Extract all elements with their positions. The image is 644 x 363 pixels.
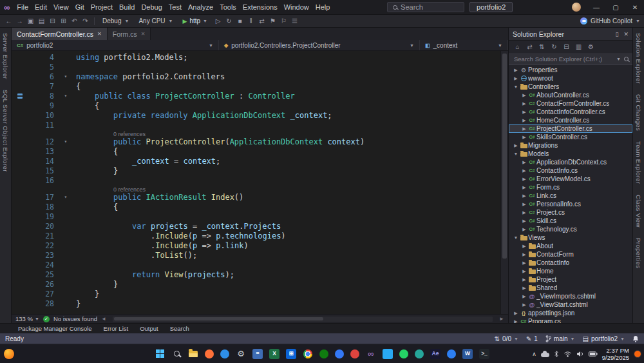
- taskbar-app-blue-app-icon[interactable]: [447, 349, 456, 358]
- zoom-control[interactable]: 133 % ▼: [15, 315, 39, 322]
- menu-item-edit[interactable]: Edit: [32, 2, 50, 12]
- rail-tab-solution-explorer[interactable]: Solution Explorer: [635, 33, 642, 84]
- close-button[interactable]: ✕: [626, 0, 644, 14]
- taskbar-app-calculator-icon[interactable]: =: [252, 349, 263, 359]
- tree-item-contactformcontroller-cs[interactable]: ▶C#ContactFormController.cs: [509, 99, 632, 108]
- taskbar-app-whatsapp-icon[interactable]: [399, 349, 408, 358]
- chevron-right-icon[interactable]: ▶: [521, 118, 527, 123]
- chevron-down-icon[interactable]: ▼: [513, 152, 519, 156]
- document-health-indicator[interactable]: No issues found: [53, 315, 97, 322]
- taskbar-app-word-icon[interactable]: W: [462, 349, 473, 359]
- taskbar-app-start-icon[interactable]: [155, 349, 165, 359]
- type-dropdown[interactable]: ◆ portfolio2.Controllers.ProjectControll…: [219, 40, 420, 50]
- open-file-icon[interactable]: ▤: [37, 16, 46, 26]
- chevron-right-icon[interactable]: ▶: [521, 110, 527, 115]
- chevron-right-icon[interactable]: ▶: [513, 76, 519, 81]
- taskbar-app-vscode-icon[interactable]: [383, 349, 393, 359]
- notifications-button[interactable]: [632, 335, 639, 342]
- member-dropdown[interactable]: ◧ _context ▼: [420, 40, 508, 50]
- break-all-icon[interactable]: ‖: [246, 16, 256, 26]
- tree-item-skill-cs[interactable]: ▶C#Skill.cs: [509, 217, 632, 225]
- tree-item-personalinfo-cs[interactable]: ▶C#PersonalInfo.cs: [509, 200, 632, 208]
- taskbar-app-firefox-icon[interactable]: [205, 349, 214, 358]
- tree-item-homecontroller-cs[interactable]: ▶C#HomeController.cs: [509, 116, 632, 124]
- panel-tab-search[interactable]: Search: [165, 324, 194, 333]
- taskbar-app-store-icon[interactable]: ⊞: [286, 349, 296, 359]
- solution-explorer-search[interactable]: ▼: [509, 54, 632, 65]
- menu-item-file[interactable]: File: [14, 2, 32, 12]
- tree-item-applicationdbcontext-cs[interactable]: ▶C#ApplicationDbContext.cs: [509, 158, 632, 166]
- user-avatar[interactable]: [572, 3, 581, 12]
- codelens-references[interactable]: 0 references: [113, 186, 146, 193]
- taskbar-app-visual-studio-icon[interactable]: ∞: [366, 349, 376, 359]
- tree-item-contactform[interactable]: ▶ContactForm: [509, 250, 632, 259]
- chevron-right-icon[interactable]: ▶: [521, 294, 527, 299]
- chevron-right-icon[interactable]: ▶: [521, 252, 527, 257]
- tree-item-home[interactable]: ▶Home: [509, 267, 632, 275]
- minimize-button[interactable]: —: [587, 0, 605, 14]
- tree-item-program-cs[interactable]: ▶C#Program.cs: [509, 317, 632, 323]
- chevron-right-icon[interactable]: ▶: [521, 286, 527, 291]
- tree-item-shared[interactable]: ▶Shared: [509, 284, 632, 292]
- taskbar-app-chrome-icon[interactable]: [303, 349, 313, 359]
- redo-icon[interactable]: ↷: [80, 16, 90, 26]
- project-dropdown[interactable]: C# portfolio2 ▼: [12, 40, 219, 50]
- chevron-right-icon[interactable]: ▶: [521, 135, 527, 140]
- tree-item-technology-cs[interactable]: ▶C#Technology.cs: [509, 225, 632, 233]
- search-input[interactable]: [513, 55, 613, 63]
- tree-item-viewimports-cshtml[interactable]: ▶@_ViewImports.cshtml: [509, 292, 632, 300]
- switch-views-icon[interactable]: ⇄: [525, 42, 535, 52]
- chevron-right-icon[interactable]: ▶: [521, 227, 527, 232]
- bluetooth-icon[interactable]: [554, 351, 559, 357]
- solution-platform-dropdown[interactable]: Any CPU▼: [135, 16, 176, 26]
- chevron-right-icon[interactable]: ▶: [513, 68, 519, 73]
- chevron-right-icon[interactable]: ▶: [521, 193, 527, 199]
- tree-item-contactinfo-cs[interactable]: ▶C#ContactInfo.cs: [509, 166, 632, 175]
- menu-item-analyze[interactable]: Analyze: [185, 2, 216, 12]
- global-search-box[interactable]: Search: [387, 2, 464, 12]
- menu-item-view[interactable]: View: [50, 2, 72, 12]
- tree-item-models[interactable]: ▼Models: [509, 150, 632, 158]
- chevron-right-icon[interactable]: ▶: [521, 126, 527, 132]
- tree-item-project-cs[interactable]: ▶C#Project.cs: [509, 208, 632, 217]
- bookmark-icon[interactable]: ⚑: [268, 16, 278, 26]
- taskbar-app-edge-icon[interactable]: [220, 349, 229, 358]
- chevron-down-icon[interactable]: ▼: [513, 235, 519, 240]
- tree-item-aboutcontroller-cs[interactable]: ▶C#AboutController.cs: [509, 91, 632, 99]
- chevron-right-icon[interactable]: ▶: [513, 311, 519, 316]
- menu-item-git[interactable]: Git: [72, 2, 88, 12]
- panel-tab-package-manager-console[interactable]: Package Manager Console: [13, 324, 97, 333]
- taskbar-app-terminal-icon[interactable]: >_: [479, 349, 489, 359]
- onedrive-icon[interactable]: [541, 353, 549, 357]
- undo-icon[interactable]: ↶: [70, 16, 79, 26]
- back-icon[interactable]: ←: [4, 16, 14, 26]
- tree-item-skillscontroller-cs[interactable]: ▶C#SkillsController.cs: [509, 133, 632, 141]
- chevron-right-icon[interactable]: ▶: [521, 168, 527, 173]
- tray-overflow-chevron-icon[interactable]: ∧: [532, 351, 536, 357]
- chevron-right-icon[interactable]: ▶: [521, 93, 527, 98]
- tree-item-project[interactable]: ▶Project: [509, 275, 632, 284]
- taskbar-app-settings-icon[interactable]: ⚙: [236, 349, 246, 359]
- chevron-right-icon[interactable]: ▶: [521, 244, 527, 249]
- tree-item-link-cs[interactable]: ▶C#Link.cs: [509, 191, 632, 200]
- sync-commits-button[interactable]: ⇅ 0/0 ▼: [495, 335, 518, 342]
- tree-item-properties[interactable]: ▶⚙Properties: [509, 66, 632, 74]
- scroll-right-icon[interactable]: ►: [499, 316, 504, 322]
- battery-icon[interactable]: [589, 351, 598, 357]
- volume-icon[interactable]: [576, 351, 584, 357]
- chevron-right-icon[interactable]: ▶: [521, 260, 527, 266]
- repository-button[interactable]: ▤ portfolio2 ▼: [582, 335, 625, 342]
- maximize-button[interactable]: ▢: [607, 0, 625, 14]
- tree-item-wwwroot[interactable]: ▶wwwroot: [509, 74, 632, 83]
- tree-item-projectcontroller-cs[interactable]: ▶C#ProjectController.cs: [509, 124, 632, 133]
- rail-tab-class-view[interactable]: Class View: [635, 195, 642, 228]
- vertical-scrollbar[interactable]: [500, 51, 508, 314]
- sync-with-active-document-icon[interactable]: ⇅: [537, 42, 547, 52]
- menu-item-debug[interactable]: Debug: [138, 2, 165, 12]
- tree-item-about[interactable]: ▶About: [509, 242, 632, 250]
- forward-icon[interactable]: →: [15, 16, 24, 26]
- chevron-right-icon[interactable]: ▶: [521, 277, 527, 282]
- show-all-files-icon[interactable]: ▥: [574, 42, 583, 52]
- chevron-right-icon[interactable]: ▶: [521, 202, 527, 207]
- code-editor[interactable]: 4using portfolio2.Models;56▾namespace po…: [12, 51, 508, 314]
